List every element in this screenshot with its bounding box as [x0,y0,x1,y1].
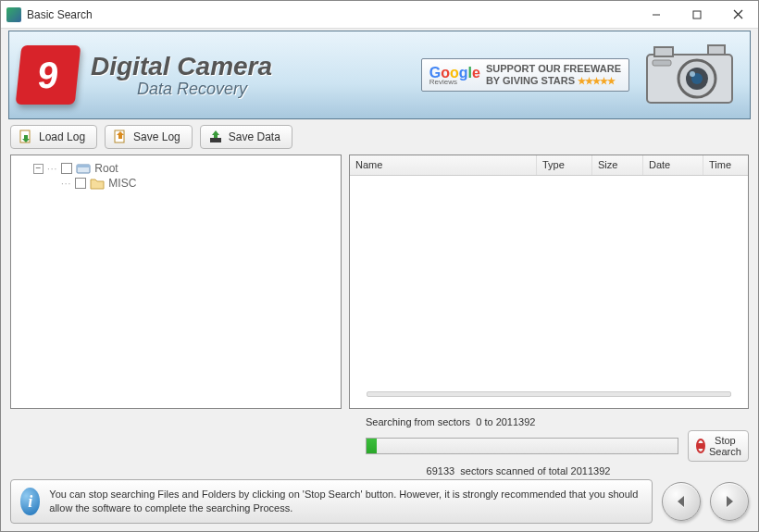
file-list: Name Type Size Date Time [349,155,749,409]
column-name[interactable]: Name [350,155,537,175]
horizontal-scrollbar[interactable] [367,391,731,397]
app-subtitle: Data Recovery [137,80,272,99]
save-log-label: Save Log [133,130,180,143]
save-log-icon [113,130,128,144]
checkbox[interactable] [75,178,86,189]
close-button[interactable] [717,1,758,29]
header-banner: 9 Digital Camera Data Recovery Google Re… [8,31,751,119]
arrow-right-icon [722,494,737,509]
toolbar: Load Log Save Log Save Data [1,119,758,155]
minimize-button[interactable] [636,1,677,29]
svg-point-10 [690,71,695,77]
app-title: Digital Camera [91,52,272,81]
svg-rect-1 [693,11,701,19]
google-reviews-badge[interactable]: Google Reviews SUPPORT OUR FREEWARE BY G… [421,58,629,92]
save-data-icon [208,130,223,144]
list-body[interactable] [350,176,748,408]
prev-button[interactable] [662,482,701,521]
tree-node-root[interactable]: − ··· Root [33,161,335,176]
folder-tree[interactable]: − ··· Root ··· MISC [10,155,342,409]
tree-node-child[interactable]: ··· MISC [68,176,335,191]
info-icon: i [20,488,40,515]
svg-rect-6 [708,45,725,55]
info-panel: i You can stop searching Files and Folde… [10,479,653,524]
window-title: Basic Search [27,8,636,21]
save-data-label: Save Data [229,130,280,143]
checkbox[interactable] [61,163,72,174]
save-data-button[interactable]: Save Data [200,125,292,149]
title-bar: Basic Search [1,1,758,29]
save-log-button[interactable]: Save Log [105,125,193,149]
maximize-button[interactable] [677,1,717,29]
load-log-label: Load Log [39,130,85,143]
list-header: Name Type Size Date Time [350,155,748,176]
stars-icon: ★★★★★ [578,76,615,86]
folder-icon [90,177,105,190]
app-logo-icon: 9 [16,45,81,105]
progress-bar [366,438,678,454]
stop-icon [696,439,705,453]
drive-icon [76,162,91,175]
info-text: You can stop searching Files and Folders… [49,488,642,515]
svg-rect-14 [210,138,221,142]
column-type[interactable]: Type [537,155,592,175]
column-time[interactable]: Time [703,155,748,175]
arrow-left-icon [674,494,689,509]
svg-rect-11 [653,60,671,66]
svg-rect-16 [77,165,90,167]
stop-search-label: Stop Search [709,435,741,457]
svg-rect-5 [654,47,673,56]
load-log-icon [19,130,33,144]
support-text: SUPPORT OUR FREEWARE BY GIVING STARS ★★★… [486,63,621,87]
next-button[interactable] [710,482,749,521]
load-log-button[interactable]: Load Log [10,125,97,149]
app-icon [6,7,21,22]
tree-node-label: Root [94,162,118,175]
progress-area: Searching from sectors 0 to 2011392 Stop… [1,414,758,474]
progress-fill [367,439,377,453]
progress-label: Searching from sectors 0 to 2011392 [366,416,749,427]
column-size[interactable]: Size [592,155,643,175]
column-date[interactable]: Date [643,155,703,175]
stop-search-button[interactable]: Stop Search [688,430,749,462]
camera-icon [639,42,740,108]
tree-node-label: MISC [108,177,136,190]
collapse-icon[interactable]: − [33,164,44,174]
progress-status: 69133 sectors scanned of total 2011392 [366,465,749,476]
